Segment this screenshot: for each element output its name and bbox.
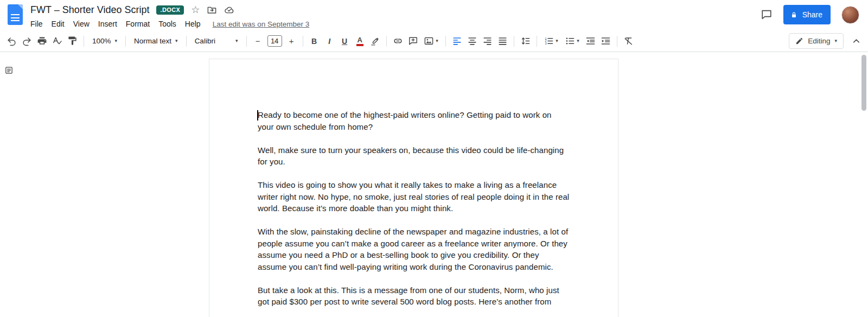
- scrollbar[interactable]: [861, 53, 867, 317]
- share-button[interactable]: Share: [783, 5, 831, 24]
- toolbar-divider: [303, 36, 303, 47]
- menu-format[interactable]: Format: [122, 18, 154, 29]
- styles-dropdown[interactable]: Normal text ▾: [130, 34, 182, 48]
- decrease-font-size-button[interactable]: −: [251, 34, 265, 48]
- insert-link-button[interactable]: [391, 34, 405, 48]
- toolbar-divider: [514, 36, 514, 47]
- text-color-bar: [356, 44, 363, 46]
- decrease-indent-button[interactable]: [583, 34, 598, 48]
- lock-icon: [790, 11, 798, 19]
- menu-insert[interactable]: Insert: [94, 18, 122, 29]
- chevron-down-icon: ▾: [115, 39, 118, 43]
- menu-file[interactable]: File: [26, 18, 47, 29]
- menu-view[interactable]: View: [69, 18, 94, 29]
- chevron-down-icon: ▾: [834, 39, 837, 43]
- editing-mode-dropdown[interactable]: Editing ▾: [789, 33, 844, 49]
- comments-icon[interactable]: [761, 9, 773, 21]
- align-left-button[interactable]: [450, 34, 464, 48]
- text-cursor: [257, 110, 258, 121]
- document-body[interactable]: Ready to become one of the highest-paid …: [209, 59, 570, 308]
- font-size-field[interactable]: 14: [267, 35, 282, 47]
- add-comment-button[interactable]: [406, 34, 420, 48]
- paragraph[interactable]: Ready to become one of the highest-paid …: [258, 109, 570, 132]
- document-title[interactable]: FWT – Shorter Video Script: [30, 4, 149, 16]
- paragraph[interactable]: Well, make sure to turn your speakers on…: [258, 144, 570, 168]
- clear-formatting-button[interactable]: [621, 34, 636, 48]
- chevron-down-icon: ▾: [577, 39, 579, 43]
- collapse-toolbar-button[interactable]: [849, 34, 864, 48]
- line-spacing-button[interactable]: [518, 34, 533, 48]
- print-button[interactable]: [35, 34, 49, 48]
- paragraph[interactable]: With the slow, painstaking decline of th…: [258, 226, 570, 272]
- toolbar-divider: [84, 36, 84, 47]
- logo-lines: [11, 14, 20, 21]
- menu-help[interactable]: Help: [181, 18, 205, 29]
- document-canvas: Ready to become one of the highest-paid …: [0, 53, 868, 317]
- menu-tools[interactable]: Tools: [154, 18, 181, 29]
- pencil-icon: [795, 37, 803, 45]
- text-color-button[interactable]: A: [353, 34, 367, 48]
- zoom-dropdown[interactable]: 100% ▾: [88, 34, 122, 48]
- bulleted-list-button[interactable]: ▾: [562, 34, 583, 48]
- bold-button[interactable]: B: [307, 34, 322, 48]
- docx-badge[interactable]: .DOCX: [156, 5, 184, 15]
- paragraph[interactable]: But take a look at this. This is a messa…: [258, 284, 570, 308]
- toolbar-divider: [386, 36, 387, 47]
- numbered-list-button[interactable]: 123 ▾: [541, 34, 561, 48]
- document-outline-button[interactable]: [4, 66, 14, 75]
- paint-format-button[interactable]: [65, 34, 80, 48]
- chevron-down-icon: ▾: [175, 39, 178, 43]
- align-justify-button[interactable]: [495, 34, 510, 48]
- toolbar-divider: [246, 36, 247, 47]
- insert-image-button[interactable]: ▾: [421, 34, 442, 48]
- align-right-button[interactable]: [480, 34, 495, 48]
- docs-logo[interactable]: [8, 4, 23, 25]
- menu-bar: File Edit View Insert Format Tools Help …: [26, 18, 309, 29]
- cloud-status-icon[interactable]: [224, 5, 234, 15]
- scrollbar-thumb[interactable]: [861, 55, 866, 111]
- chevron-down-icon: ▾: [556, 39, 558, 43]
- toolbar-divider: [186, 36, 187, 47]
- undo-button[interactable]: [4, 34, 19, 48]
- paragraph[interactable]: This video is going to show you what it …: [258, 179, 570, 214]
- underline-button[interactable]: U: [337, 34, 352, 48]
- spellcheck-button[interactable]: [50, 34, 65, 48]
- document-page[interactable]: Ready to become one of the highest-paid …: [209, 59, 618, 317]
- redo-button[interactable]: [20, 34, 34, 48]
- increase-indent-button[interactable]: [598, 34, 613, 48]
- svg-text:3: 3: [545, 42, 547, 45]
- chevron-down-icon: ▾: [436, 39, 438, 43]
- menu-edit[interactable]: Edit: [47, 18, 69, 29]
- highlight-color-button[interactable]: [368, 34, 382, 48]
- header: FWT – Shorter Video Script .DOCX ☆ File …: [0, 0, 868, 30]
- toolbar-divider: [537, 36, 537, 47]
- chevron-down-icon: ▾: [235, 39, 238, 43]
- increase-font-size-button[interactable]: +: [284, 34, 299, 48]
- font-dropdown[interactable]: Calibri ▾: [190, 34, 242, 48]
- toolbar-divider: [125, 36, 126, 47]
- logo-fold: [18, 4, 23, 9]
- italic-button[interactable]: I: [322, 34, 337, 48]
- share-label: Share: [802, 10, 822, 19]
- avatar[interactable]: [841, 6, 859, 24]
- toolbar: 100% ▾ Normal text ▾ Calibri ▾ − 14 +: [0, 30, 868, 52]
- toolbar-divider: [445, 36, 446, 47]
- move-folder-icon[interactable]: [207, 5, 217, 15]
- google-docs-app: FWT – Shorter Video Script .DOCX ☆ File …: [0, 0, 868, 317]
- toolbar-divider: [617, 36, 617, 47]
- align-center-button[interactable]: [465, 34, 480, 48]
- last-edit-link[interactable]: Last edit was on September 3: [213, 20, 310, 28]
- star-icon[interactable]: ☆: [191, 5, 200, 15]
